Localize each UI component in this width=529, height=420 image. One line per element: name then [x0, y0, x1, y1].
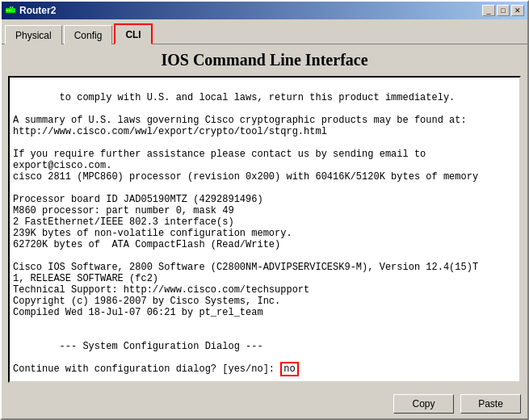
- bottom-bar: Copy Paste: [2, 389, 527, 418]
- tab-config[interactable]: Config: [64, 25, 113, 44]
- window-title: Router2: [19, 5, 56, 16]
- router-icon: [5, 5, 16, 16]
- cli-input-value[interactable]: no: [280, 362, 298, 376]
- paste-button[interactable]: Paste: [460, 394, 521, 414]
- svg-point-1: [6, 10, 8, 11]
- console-container[interactable]: to comply with U.S. and local laws, retu…: [8, 76, 521, 383]
- title-bar: Router2 _ □ ✕: [2, 2, 527, 19]
- svg-line-4: [12, 6, 13, 8]
- tab-content-area: IOS Command Line Interface to comply wit…: [2, 44, 527, 389]
- svg-point-2: [9, 10, 10, 11]
- page-title: IOS Command Line Interface: [8, 51, 521, 69]
- copy-button[interactable]: Copy: [393, 394, 454, 414]
- tab-bar: Physical Config CLI: [2, 19, 527, 44]
- tab-physical[interactable]: Physical: [5, 25, 62, 44]
- minimize-button[interactable]: _: [482, 5, 495, 16]
- title-bar-left: Router2: [5, 5, 56, 16]
- tab-cli[interactable]: CLI: [114, 23, 152, 44]
- title-bar-buttons: _ □ ✕: [482, 5, 524, 16]
- maximize-button[interactable]: □: [497, 5, 510, 16]
- console-text: to comply with U.S. and local laws, retu…: [13, 81, 516, 383]
- close-button[interactable]: ✕: [511, 5, 524, 16]
- window: Router2 _ □ ✕ Physical Config CLI IOS Co…: [0, 0, 529, 420]
